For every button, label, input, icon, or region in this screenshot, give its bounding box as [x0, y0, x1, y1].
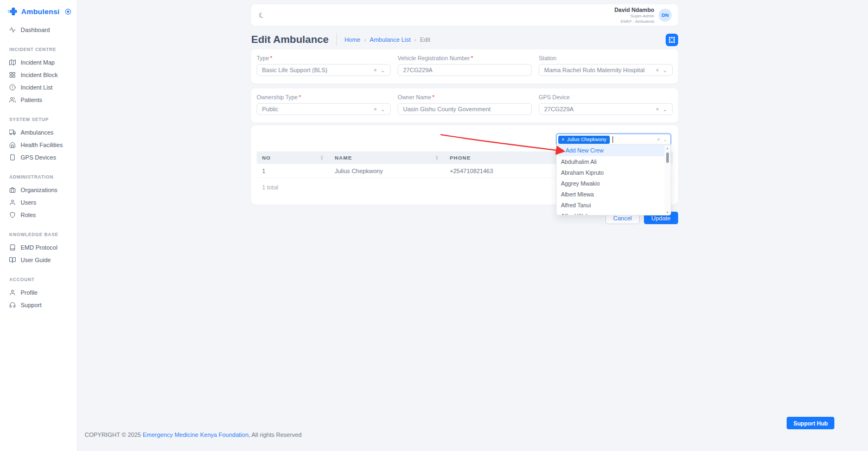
org-link[interactable]: Emergency Medicine Kenya Foundation — [143, 431, 248, 438]
dropdown-option[interactable]: Albert Mlewa — [557, 189, 671, 200]
copyright-footer: COPYRIGHT © 2025 Emergency Medicine Keny… — [85, 431, 302, 438]
copyright-prefix: COPYRIGHT © 2025 — [85, 431, 143, 438]
cell-name: Julius Chepkwony — [329, 168, 444, 174]
avatar[interactable]: DN — [659, 9, 672, 22]
sidebar-section-title: KNOWLEDGE BASE — [9, 232, 77, 237]
scroll-up-icon[interactable]: ▴ — [665, 146, 670, 150]
sort-icon[interactable]: ▲▼ — [436, 155, 439, 161]
required-mark: * — [432, 94, 435, 100]
crew-tag: × Julius Chepkwony — [558, 136, 610, 144]
map-icon — [9, 59, 16, 66]
sidebar-item-incident-map[interactable]: Incident Map — [0, 56, 77, 68]
moon-icon[interactable]: ☾ — [258, 10, 266, 20]
form-card-primary: Type* Basic Life Support (BLS) ×⌄ Vehicl… — [251, 49, 678, 84]
breadcrumb-home[interactable]: Home — [344, 36, 360, 43]
tag-remove-icon[interactable]: × — [561, 137, 564, 142]
sidebar-item-label: User Guide — [21, 257, 51, 263]
crew-dropdown: + Add New Crew Abdulhalim Ali Abraham Ki… — [556, 144, 671, 215]
smartphone-icon — [9, 154, 16, 161]
user-menu[interactable]: David Ndambo Super-Admin EMKF - Ambulens… — [614, 7, 672, 24]
edit-ambulance-page: Ambulensi Dashboard INCIDENT CENTRE Inci… — [0, 0, 868, 451]
sidebar-item-organizations[interactable]: Organizations — [0, 183, 77, 196]
chevron-down-icon[interactable]: ⌄ — [663, 137, 667, 142]
sidebar-item-dashboard[interactable]: Dashboard — [0, 23, 77, 36]
owner-name-value: Uasin Gishu County Government — [403, 106, 490, 112]
clear-icon[interactable]: × — [374, 106, 377, 112]
sidebar-item-users[interactable]: Users — [0, 196, 77, 208]
type-select-value: Basic Life Support (BLS) — [262, 67, 327, 73]
sidebar-item-label: Support — [21, 302, 42, 308]
sidebar-item-incident-list[interactable]: Incident List — [0, 81, 77, 93]
grid-icon — [669, 37, 675, 43]
clear-icon[interactable]: × — [656, 106, 659, 112]
vehicle-reg-value: 27CG229A — [403, 67, 432, 73]
support-hub-button[interactable]: Support Hub — [787, 417, 834, 429]
ownership-select-value: Public — [262, 106, 278, 112]
chevron-down-icon[interactable]: ⌄ — [663, 106, 667, 112]
dropdown-scrollbar[interactable]: ▴ ▾ — [665, 145, 670, 214]
clear-icon[interactable]: × — [657, 137, 660, 142]
circle-dot-icon[interactable] — [65, 8, 72, 15]
chevron-down-icon[interactable]: ⌄ — [381, 67, 385, 73]
book-icon — [9, 244, 16, 251]
sidebar-item-profile[interactable]: Profile — [0, 286, 77, 298]
sidebar-item-gps-devices[interactable]: GPS Devices — [0, 151, 77, 163]
sidebar-section-title: INCIDENT CENTRE — [9, 47, 77, 52]
dropdown-option[interactable]: Abraham Kipruto — [557, 167, 671, 178]
sort-icon[interactable]: ▲▼ — [321, 155, 324, 161]
sidebar-item-label: Ambulances — [21, 129, 54, 136]
top-header-bar: ☾ David Ndambo Super-Admin EMKF - Ambule… — [251, 4, 678, 26]
dropdown-option[interactable]: Abdulhalim Ali — [557, 156, 671, 167]
owner-name-input[interactable]: Uasin Gishu County Government — [398, 103, 532, 115]
dropdown-option[interactable]: Alfred Tanui — [557, 200, 671, 211]
sidebar-item-incident-block[interactable]: Incident Block — [0, 68, 77, 81]
chevron-down-icon[interactable]: ⌄ — [381, 106, 385, 112]
scrollbar-thumb[interactable] — [666, 153, 669, 163]
dropdown-option[interactable]: Aggrey Mwakio — [557, 178, 671, 189]
sidebar-item-label: Incident Block — [21, 72, 58, 78]
clear-icon[interactable]: × — [656, 67, 659, 73]
sidebar-item-label: EMD Protocol — [21, 244, 58, 251]
field-ownership: Ownership Type* Public ×⌄ — [257, 94, 391, 117]
ownership-select[interactable]: Public ×⌄ — [257, 103, 391, 115]
crew-tag-label: Julius Chepkwony — [567, 137, 607, 142]
page-title-row: Edit Ambulance Home › Ambulance List › E… — [251, 33, 678, 47]
field-gps-device: GPS Device 27CG229A ×⌄ — [539, 94, 673, 117]
sidebar-item-emd-protocol[interactable]: EMD Protocol — [0, 241, 77, 253]
clear-icon[interactable]: × — [374, 67, 377, 73]
sidebar-item-ambulances[interactable]: Ambulances — [0, 126, 77, 138]
field-owner-name: Owner Name* Uasin Gishu County Governmen… — [398, 94, 532, 117]
user-org: EMKF - Ambulensi — [614, 19, 654, 24]
sidebar-item-label: Users — [21, 199, 36, 206]
station-select[interactable]: Mama Rachel Ruto Maternity Hospital ×⌄ — [539, 64, 673, 76]
sidebar-item-user-guide[interactable]: User Guide — [0, 253, 77, 266]
sidebar-item-health-facilities[interactable]: Health Facilities — [0, 138, 77, 151]
grid-view-button[interactable] — [666, 34, 678, 46]
col-header-no: NO ▲▼ — [257, 155, 329, 161]
sidebar-item-patients[interactable]: Patients — [0, 93, 77, 106]
vehicle-reg-input[interactable]: 27CG229A — [398, 64, 532, 76]
field-vehicle-reg: Vehicle Registration Number* 27CG229A — [398, 55, 532, 78]
sidebar-item-support[interactable]: Support — [0, 298, 77, 311]
user-icon — [9, 199, 16, 206]
breadcrumb-separator: › — [414, 37, 416, 43]
truck-icon — [9, 129, 16, 136]
type-select[interactable]: Basic Life Support (BLS) ×⌄ — [257, 64, 391, 76]
breadcrumb-ambulance-list[interactable]: Ambulance List — [370, 36, 411, 43]
main-content: ☾ David Ndambo Super-Admin EMKF - Ambule… — [251, 0, 678, 224]
gps-device-select[interactable]: 27CG229A ×⌄ — [539, 103, 673, 115]
copyright-suffix: , All rights Reserved — [248, 431, 302, 438]
required-mark: * — [270, 55, 272, 61]
scroll-down-icon[interactable]: ▾ — [665, 210, 670, 214]
sidebar-section-title: ADMINISTRATION — [9, 174, 77, 180]
dropdown-option-add-new-crew[interactable]: + Add New Crew — [557, 145, 671, 156]
sidebar-item-roles[interactable]: Roles — [0, 208, 77, 221]
sidebar-item-label: Health Facilities — [21, 142, 63, 148]
dropdown-option[interactable]: Alfred Wekesa — [557, 211, 671, 215]
crew-multiselect[interactable]: × Julius Chepkwony ×⌄ — [556, 134, 671, 145]
required-mark: * — [299, 94, 301, 100]
app-logo-text: Ambulensi — [21, 8, 61, 16]
headphones-icon — [9, 302, 16, 308]
field-label: Owner Name* — [398, 94, 532, 100]
chevron-down-icon[interactable]: ⌄ — [663, 67, 667, 73]
